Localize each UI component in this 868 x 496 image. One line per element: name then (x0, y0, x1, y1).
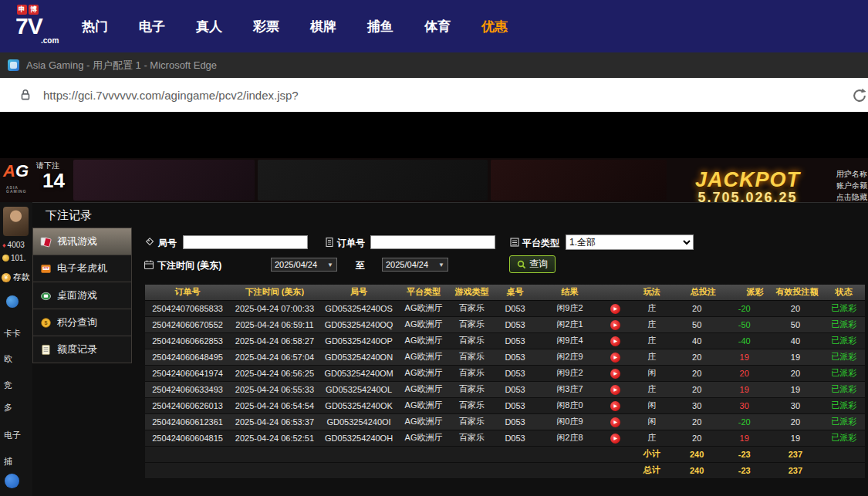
deposit-icon: ¥ (2, 273, 11, 282)
nav-item-1[interactable]: 电子 (139, 18, 165, 35)
points-query-icon: $ (40, 317, 52, 329)
sidebar-item-4[interactable]: 额度记录 (32, 336, 132, 363)
table-row: 2504240606484952025-04-24 06:57:04GD0532… (145, 349, 865, 365)
banner: AG ASIA GAMING 请下注 14 JACKPOT 5,705,026.… (0, 158, 868, 202)
table-row: 2504240606419742025-04-24 06:56:25GD0532… (145, 365, 865, 381)
grand-total-label: 总计 (626, 462, 677, 478)
platform-icon (509, 237, 520, 248)
table-head-row: 订单号下注时间 (美东)局号平台类型游戏类型桌号结果玩法总投注派彩有效投注额状态 (145, 285, 865, 300)
left-menu-label[interactable]: 卡卡 (4, 328, 21, 339)
sidebar-item-label: 额度记录 (57, 342, 97, 356)
modal-sidebar: 视讯游戏777电子老虎机桌面游戏$积分查询额度记录 (32, 228, 132, 363)
chevron-down-icon: ▼ (438, 261, 444, 268)
left-menu-label[interactable]: 电子 (4, 430, 21, 441)
sidebar-item-2[interactable]: 桌面游戏 (32, 282, 132, 309)
column-header: 有效投注额 (772, 285, 827, 300)
platform-select[interactable]: 1.全部 (566, 235, 694, 250)
nav-item-2[interactable]: 真人 (196, 18, 222, 35)
logo-text: 7V (15, 15, 69, 38)
replay-icon[interactable]: ▶ (610, 320, 620, 330)
logo-suffix: .com (41, 36, 59, 45)
table-body: 2504240706858332025-04-24 07:00:33GD0532… (145, 300, 865, 446)
column-header: 结果 (535, 285, 605, 300)
column-header: 平台类型 (398, 285, 448, 300)
left-menu-label[interactable]: 竞 (4, 380, 12, 391)
column-header: 玩法 (626, 285, 677, 300)
banner-link[interactable]: 用户名称 (836, 168, 867, 180)
replay-icon[interactable]: ▶ (610, 304, 620, 314)
round-input[interactable] (183, 235, 308, 249)
address-bar[interactable]: https://gci.7vvvvvv.com/agingame/pcv2/in… (0, 78, 868, 112)
window-title: Asia Gaming - 用户配置 1 - Microsoft Edge (26, 59, 217, 73)
to-label: 至 (356, 259, 365, 272)
subtotal-label: 小计 (626, 446, 677, 462)
wallet-icon[interactable] (6, 295, 19, 308)
replay-icon[interactable]: ▶ (610, 434, 620, 444)
site-logo[interactable]: 申 博 7V .com (15, 5, 69, 48)
nav-items: 热门电子真人彩票棋牌捕鱼体育优惠 (82, 0, 508, 52)
banner-image (73, 160, 255, 201)
points-balance: ♦ 4003 (2, 241, 25, 249)
top-nav: 申 博 7V .com 热门电子真人彩票棋牌捕鱼体育优惠 (0, 0, 868, 52)
url-text[interactable]: https://gci.7vvvvvv.com/agingame/pcv2/in… (43, 89, 299, 102)
modal-title: 下注记录 (46, 208, 92, 223)
page-background: AG ASIA GAMING 请下注 14 JACKPOT 5,705,026.… (0, 112, 868, 496)
sidebar-item-label: 桌面游戏 (57, 288, 97, 302)
sidebar-item-label: 电子老虎机 (57, 261, 107, 275)
money-balance: 101. (2, 254, 25, 262)
countdown-timer: 14 (42, 169, 65, 193)
search-icon (517, 260, 526, 269)
nav-item-3[interactable]: 彩票 (253, 18, 279, 35)
nav-item-5[interactable]: 捕鱼 (367, 18, 393, 35)
order-input[interactable] (370, 235, 495, 249)
replay-icon[interactable]: ▶ (610, 417, 620, 427)
refresh-icon[interactable] (851, 87, 868, 107)
left-menu-label[interactable]: 欧 (4, 353, 12, 365)
jackpot-label: JACKPOT (695, 170, 800, 191)
table-row: 2504240606628532025-04-24 06:58:27GD0532… (145, 332, 865, 349)
time-filter-label: 下注时间 (美东) (157, 259, 221, 272)
nav-item-6[interactable]: 体育 (424, 18, 451, 35)
column-header: 桌号 (495, 285, 535, 300)
banner-link[interactable]: 点击隐藏 (836, 191, 867, 203)
left-menu-label[interactable]: 捕 (4, 456, 12, 467)
sidebar-item-3[interactable]: $积分查询 (32, 309, 132, 336)
replay-icon[interactable]: ▶ (610, 385, 620, 395)
coin-icon (2, 255, 9, 261)
grand-total-total-bet: 240 (677, 462, 725, 478)
grand-total-payout: -23 (725, 462, 773, 478)
chevron-down-icon: ▼ (327, 261, 333, 268)
screen: 申 博 7V .com 热门电子真人彩票棋牌捕鱼体育优惠 Asia Gaming… (0, 0, 868, 496)
signal-icon (842, 167, 852, 181)
left-menu-label[interactable]: 多 (4, 402, 12, 413)
banner-link[interactable]: 账户余额 (836, 180, 867, 191)
sidebar-item-0[interactable]: 视讯游戏 (32, 228, 132, 255)
lock-icon[interactable] (19, 88, 32, 102)
replay-icon[interactable]: ▶ (610, 353, 620, 363)
calendar-icon (144, 259, 154, 270)
sidebar-item-1[interactable]: 777电子老虎机 (32, 255, 132, 282)
replay-icon[interactable]: ▶ (610, 369, 620, 379)
nav-item-7[interactable]: 优惠 (481, 18, 508, 35)
subtotal-row: 小计 240 -23 237 (145, 446, 865, 462)
sidebar-item-label: 积分查询 (57, 315, 97, 329)
search-button[interactable]: 查询 (509, 255, 556, 273)
nav-item-0[interactable]: 热门 (82, 18, 108, 35)
avatar[interactable] (3, 207, 29, 236)
grand-total-valid-bet: 237 (772, 462, 827, 478)
deposit-button[interactable]: ¥ 存款 (2, 272, 30, 283)
grand-total-row: 总计 240 -23 237 (145, 462, 865, 478)
date-to-select[interactable]: 2025/04/24▼ (382, 258, 448, 272)
replay-icon[interactable]: ▶ (610, 336, 620, 346)
date-from-select[interactable]: 2025/04/24▼ (271, 258, 337, 272)
sports-icon[interactable] (5, 474, 19, 488)
table-game-icon (40, 290, 52, 302)
column-header (604, 285, 626, 300)
left-sidebar-background: ♦ 4003 101. ¥ 存款 卡卡欧竞多电子捕 (0, 202, 32, 496)
platform-filter-label: 平台类型 (522, 237, 559, 250)
table-row: 2504240606334932025-04-24 06:55:33GD0532… (145, 381, 865, 397)
table-row: 2504240606260132025-04-24 06:54:54GD0532… (145, 397, 865, 413)
replay-icon[interactable]: ▶ (610, 401, 620, 411)
column-header: 游戏类型 (449, 285, 495, 300)
nav-item-4[interactable]: 棋牌 (310, 18, 336, 35)
